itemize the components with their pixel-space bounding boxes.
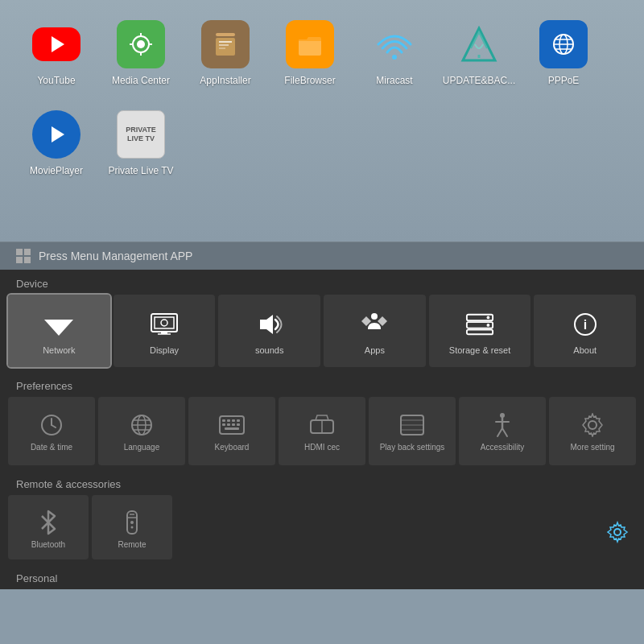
app-update-bac[interactable]: UPDATE&BAC... — [439, 12, 519, 94]
tile-keyboard[interactable]: Keyboard — [188, 397, 275, 465]
tile-playback[interactable]: Play back settings — [369, 397, 456, 465]
youtube-label: YouTube — [37, 75, 75, 86]
svg-point-33 — [487, 316, 490, 320]
movie-player-label: MoviePlayer — [30, 165, 83, 176]
sound-icon — [255, 310, 284, 339]
tile-network[interactable]: Network — [8, 295, 110, 367]
hdmi-cec-label: HDMI cec — [304, 443, 340, 452]
network-icon — [44, 310, 73, 339]
svg-line-39 — [52, 425, 56, 427]
app-media-center[interactable]: Media Center — [101, 12, 181, 94]
apps-row-2: MoviePlayer PRIVATELIVE TV Private Live … — [16, 102, 628, 184]
svg-marker-20 — [52, 126, 64, 142]
menu-bar-text: Press Menu Management APP — [39, 250, 192, 262]
svg-rect-52 — [232, 423, 235, 426]
tile-remote[interactable]: Remote — [92, 495, 172, 559]
display-label: Display — [150, 345, 179, 355]
tile-sounds[interactable]: sounds — [218, 295, 320, 367]
settings-gear-button[interactable] — [603, 518, 632, 547]
svg-point-70 — [130, 521, 134, 524]
apps-label: Apps — [365, 345, 385, 355]
clock-icon — [39, 412, 64, 438]
apps-icon — [360, 310, 389, 339]
sounds-label: sounds — [255, 345, 283, 355]
update-bac-label: UPDATE&BAC... — [443, 75, 515, 86]
svg-rect-7 — [216, 38, 235, 56]
language-label: Language — [124, 443, 160, 452]
svg-point-12 — [392, 55, 397, 60]
svg-line-66 — [502, 428, 507, 436]
preferences-tiles-row: Date & time Language — [0, 397, 644, 465]
svg-point-21 — [614, 529, 621, 535]
svg-rect-51 — [227, 423, 230, 426]
remote-icon — [119, 510, 145, 535]
more-setting-label: More setting — [570, 443, 614, 452]
svg-rect-10 — [219, 47, 225, 49]
tile-storage[interactable]: Storage & reset — [429, 295, 531, 367]
tile-apps[interactable]: Apps — [324, 295, 426, 367]
svg-point-34 — [487, 324, 490, 327]
tile-display[interactable]: Display — [114, 295, 216, 367]
tile-bluetooth[interactable]: Bluetooth — [8, 495, 89, 559]
remote-tiles-row: Bluetooth Remote — [0, 495, 644, 559]
app-pppoe[interactable]: PPPoE — [523, 12, 604, 94]
private-live-tv-label: Private Live TV — [108, 165, 173, 176]
tile-accessibility[interactable]: Accessibility — [459, 397, 546, 465]
app-private-live-tv[interactable]: PRIVATELIVE TV Private Live TV — [101, 102, 181, 184]
pppoe-icon — [539, 20, 588, 68]
pppoe-label: PPPoE — [548, 75, 580, 86]
svg-line-65 — [497, 428, 502, 436]
remote-section-label: Remote & accessories — [0, 470, 644, 495]
apps-section: YouTube Media — [0, 0, 644, 242]
playback-icon — [399, 412, 425, 438]
tile-date-time[interactable]: Date & time — [8, 397, 95, 465]
storage-icon — [465, 310, 494, 339]
tile-about[interactable]: i About — [534, 295, 636, 367]
tile-language[interactable]: Language — [98, 397, 185, 465]
app-installer-label: AppInstaller — [200, 75, 250, 86]
app-file-browser[interactable]: FileBrowser — [270, 12, 350, 94]
svg-marker-28 — [260, 315, 273, 334]
svg-text:i: i — [583, 318, 586, 332]
personal-section-label: Personal — [0, 564, 644, 589]
svg-rect-48 — [232, 419, 235, 422]
svg-rect-6 — [216, 33, 235, 36]
miracast-icon — [370, 20, 419, 68]
playback-label: Play back settings — [380, 443, 445, 452]
svg-point-67 — [588, 421, 597, 429]
globe-icon — [129, 412, 155, 438]
tile-hdmi-cec[interactable]: HDMI cec — [279, 397, 365, 465]
svg-point-29 — [371, 313, 378, 320]
settings-section: Device Network — [0, 270, 644, 589]
miracast-label: Miracast — [376, 75, 412, 86]
preferences-section-label: Preferences — [0, 372, 644, 397]
svg-rect-54 — [225, 427, 239, 430]
movie-player-icon — [32, 110, 80, 159]
svg-marker-22 — [44, 320, 73, 336]
date-time-label: Date & time — [31, 443, 72, 452]
svg-rect-49 — [237, 419, 240, 422]
app-movie-player[interactable]: MoviePlayer — [16, 102, 97, 184]
display-icon — [150, 310, 179, 339]
remote-label: Remote — [118, 540, 146, 549]
youtube-app-icon — [32, 20, 80, 68]
svg-rect-46 — [222, 419, 225, 422]
svg-rect-32 — [467, 330, 493, 335]
accessibility-icon — [489, 412, 515, 438]
app-miracast[interactable]: Miracast — [354, 12, 435, 94]
svg-rect-8 — [219, 41, 232, 43]
tile-more-setting[interactable]: More setting — [549, 397, 636, 465]
keyboard-icon — [219, 412, 245, 438]
app-youtube[interactable]: YouTube — [16, 12, 97, 94]
menu-bar[interactable]: Press Menu Management APP — [0, 242, 644, 270]
hdmi-icon — [309, 412, 335, 438]
media-center-icon — [117, 20, 165, 68]
update-bac-icon — [455, 20, 503, 68]
device-tiles-row: Network Display — [0, 295, 644, 367]
about-icon: i — [571, 310, 600, 339]
svg-rect-50 — [222, 423, 225, 426]
storage-label: Storage & reset — [449, 345, 510, 355]
app-installer[interactable]: AppInstaller — [185, 12, 266, 94]
svg-rect-11 — [299, 39, 321, 56]
svg-rect-53 — [237, 423, 240, 426]
